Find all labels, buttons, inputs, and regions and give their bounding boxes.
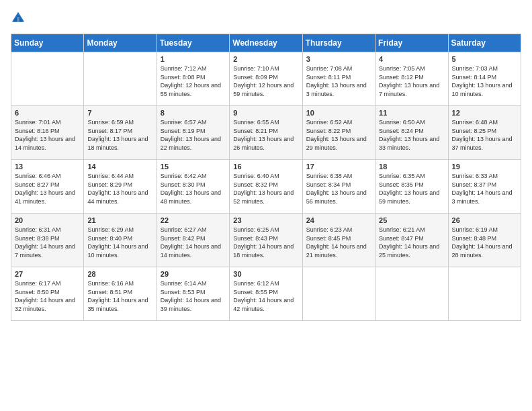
logo-icon [11,11,26,28]
day-info: Sunrise: 7:08 AM Sunset: 8:11 PM Dayligh… [306,64,371,98]
calendar-cell: 24Sunrise: 6:23 AM Sunset: 8:45 PM Dayli… [302,214,375,267]
day-number: 11 [379,109,444,117]
calendar-cell: 17Sunrise: 6:38 AM Sunset: 8:34 PM Dayli… [302,160,375,214]
day-info: Sunrise: 6:17 AM Sunset: 8:50 PM Dayligh… [15,279,80,313]
day-info: Sunrise: 7:01 AM Sunset: 8:16 PM Dayligh… [15,118,80,152]
day-info: Sunrise: 6:19 AM Sunset: 8:48 PM Dayligh… [452,226,517,259]
calendar-cell: 7Sunrise: 6:59 AM Sunset: 8:17 PM Daylig… [84,106,157,160]
day-number: 8 [161,109,226,117]
day-info: Sunrise: 6:31 AM Sunset: 8:38 PM Dayligh… [15,226,80,259]
day-info: Sunrise: 6:12 AM Sunset: 8:55 PM Dayligh… [233,279,298,313]
day-number: 3 [306,55,371,63]
day-number: 15 [161,163,226,171]
calendar-cell: 1Sunrise: 7:12 AM Sunset: 8:08 PM Daylig… [157,52,229,106]
calendar-cell: 29Sunrise: 6:14 AM Sunset: 8:53 PM Dayli… [157,267,229,321]
day-number: 14 [87,163,152,171]
day-info: Sunrise: 6:21 AM Sunset: 8:47 PM Dayligh… [379,226,444,259]
calendar-cell: 6Sunrise: 7:01 AM Sunset: 8:16 PM Daylig… [11,106,84,160]
day-info: Sunrise: 6:38 AM Sunset: 8:34 PM Dayligh… [306,172,371,205]
day-number: 6 [15,109,80,117]
calendar-table: SundayMondayTuesdayWednesdayThursdayFrid… [11,34,521,321]
calendar-cell: 2Sunrise: 7:10 AM Sunset: 8:09 PM Daylig… [230,52,302,106]
calendar-cell: 21Sunrise: 6:29 AM Sunset: 8:40 PM Dayli… [84,214,157,267]
day-number: 1 [161,55,226,63]
calendar-body: 1Sunrise: 7:12 AM Sunset: 8:08 PM Daylig… [11,52,521,321]
day-info: Sunrise: 6:33 AM Sunset: 8:37 PM Dayligh… [452,172,517,205]
day-info: Sunrise: 6:42 AM Sunset: 8:30 PM Dayligh… [161,172,226,205]
calendar-cell [11,52,84,106]
calendar-cell: 9Sunrise: 6:55 AM Sunset: 8:21 PM Daylig… [230,106,302,160]
calendar-cell: 4Sunrise: 7:05 AM Sunset: 8:12 PM Daylig… [375,52,448,106]
calendar-cell: 22Sunrise: 6:27 AM Sunset: 8:42 PM Dayli… [157,214,229,267]
day-info: Sunrise: 6:52 AM Sunset: 8:22 PM Dayligh… [306,118,371,152]
calendar-week-row: 27Sunrise: 6:17 AM Sunset: 8:50 PM Dayli… [11,267,521,321]
day-info: Sunrise: 6:25 AM Sunset: 8:43 PM Dayligh… [233,226,298,259]
calendar-cell: 8Sunrise: 6:57 AM Sunset: 8:19 PM Daylig… [157,106,229,160]
calendar-cell: 10Sunrise: 6:52 AM Sunset: 8:22 PM Dayli… [302,106,375,160]
calendar-cell [448,267,521,321]
day-number: 12 [452,109,517,117]
calendar-cell: 15Sunrise: 6:42 AM Sunset: 8:30 PM Dayli… [157,160,229,214]
day-number: 20 [15,216,80,224]
day-number: 2 [233,55,298,63]
calendar-cell: 13Sunrise: 6:46 AM Sunset: 8:27 PM Dayli… [11,160,84,214]
day-number: 16 [233,163,298,171]
day-number: 21 [87,216,152,224]
calendar-week-row: 13Sunrise: 6:46 AM Sunset: 8:27 PM Dayli… [11,160,521,214]
weekday-header: Thursday [302,34,375,52]
day-info: Sunrise: 6:46 AM Sunset: 8:27 PM Dayligh… [15,172,80,205]
weekday-header: Saturday [448,34,521,52]
day-number: 7 [87,109,152,117]
weekday-header: Sunday [11,34,84,52]
calendar-cell: 25Sunrise: 6:21 AM Sunset: 8:47 PM Dayli… [375,214,448,267]
day-info: Sunrise: 7:12 AM Sunset: 8:08 PM Dayligh… [161,64,226,98]
calendar-cell: 26Sunrise: 6:19 AM Sunset: 8:48 PM Dayli… [448,214,521,267]
day-info: Sunrise: 6:50 AM Sunset: 8:24 PM Dayligh… [379,118,444,152]
day-number: 4 [379,55,444,63]
calendar-cell: 12Sunrise: 6:48 AM Sunset: 8:25 PM Dayli… [448,106,521,160]
day-number: 27 [15,270,80,278]
day-number: 24 [306,216,371,224]
day-info: Sunrise: 6:57 AM Sunset: 8:19 PM Dayligh… [161,118,226,152]
weekday-header: Monday [84,34,157,52]
calendar-week-row: 20Sunrise: 6:31 AM Sunset: 8:38 PM Dayli… [11,214,521,267]
weekday-header-row: SundayMondayTuesdayWednesdayThursdayFrid… [11,34,521,52]
calendar-cell: 16Sunrise: 6:40 AM Sunset: 8:32 PM Dayli… [230,160,302,214]
day-number: 10 [306,109,371,117]
day-number: 13 [15,163,80,171]
day-info: Sunrise: 7:10 AM Sunset: 8:09 PM Dayligh… [233,64,298,98]
day-info: Sunrise: 6:48 AM Sunset: 8:25 PM Dayligh… [452,118,517,152]
weekday-header: Wednesday [230,34,302,52]
calendar-cell: 11Sunrise: 6:50 AM Sunset: 8:24 PM Dayli… [375,106,448,160]
calendar-header: SundayMondayTuesdayWednesdayThursdayFrid… [11,34,521,52]
calendar-cell: 28Sunrise: 6:16 AM Sunset: 8:51 PM Dayli… [84,267,157,321]
calendar-cell [302,267,375,321]
calendar-week-row: 1Sunrise: 7:12 AM Sunset: 8:08 PM Daylig… [11,52,521,106]
logo [11,11,27,28]
calendar-cell [84,52,157,106]
calendar-cell: 19Sunrise: 6:33 AM Sunset: 8:37 PM Dayli… [448,160,521,214]
day-info: Sunrise: 6:16 AM Sunset: 8:51 PM Dayligh… [87,279,152,313]
day-info: Sunrise: 6:23 AM Sunset: 8:45 PM Dayligh… [306,226,371,259]
calendar-cell: 23Sunrise: 6:25 AM Sunset: 8:43 PM Dayli… [230,214,302,267]
calendar-cell: 20Sunrise: 6:31 AM Sunset: 8:38 PM Dayli… [11,214,84,267]
day-number: 19 [452,163,517,171]
calendar-week-row: 6Sunrise: 7:01 AM Sunset: 8:16 PM Daylig… [11,106,521,160]
day-number: 18 [379,163,444,171]
page-header [11,11,521,28]
day-number: 17 [306,163,371,171]
day-info: Sunrise: 6:35 AM Sunset: 8:35 PM Dayligh… [379,172,444,205]
day-number: 22 [161,216,226,224]
day-info: Sunrise: 6:14 AM Sunset: 8:53 PM Dayligh… [161,279,226,313]
day-number: 5 [452,55,517,63]
svg-rect-2 [17,17,19,21]
day-number: 30 [233,270,298,278]
day-number: 28 [87,270,152,278]
day-number: 9 [233,109,298,117]
day-info: Sunrise: 7:03 AM Sunset: 8:14 PM Dayligh… [452,64,517,98]
calendar-cell: 30Sunrise: 6:12 AM Sunset: 8:55 PM Dayli… [230,267,302,321]
calendar-cell [375,267,448,321]
day-info: Sunrise: 6:44 AM Sunset: 8:29 PM Dayligh… [87,172,152,205]
calendar-cell: 14Sunrise: 6:44 AM Sunset: 8:29 PM Dayli… [84,160,157,214]
day-number: 25 [379,216,444,224]
